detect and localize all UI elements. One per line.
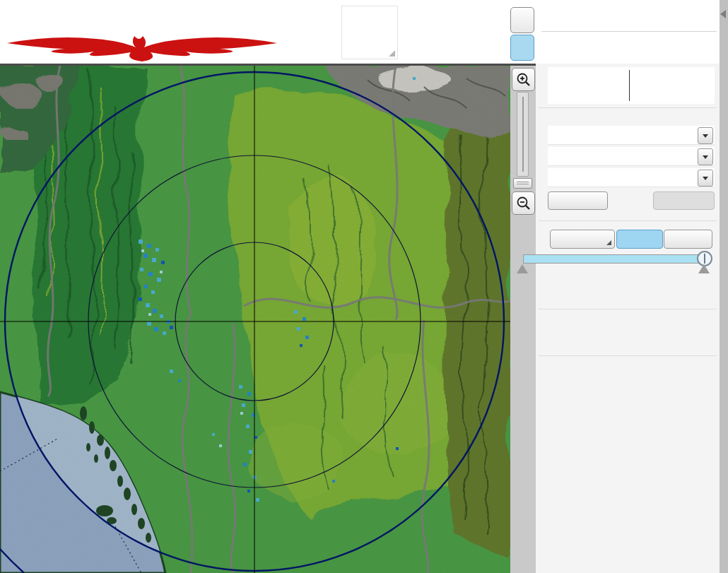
radar-map[interactable] xyxy=(0,66,510,573)
dropdown-arrow-button[interactable] xyxy=(698,170,713,187)
resize-handle-icon[interactable] xyxy=(389,50,395,57)
dropdown-arrow-button[interactable] xyxy=(698,127,713,144)
select-button[interactable] xyxy=(653,191,715,210)
jbirds-window xyxy=(0,0,728,573)
timezone-mmt-button[interactable] xyxy=(510,35,534,61)
warning-panel[interactable] xyxy=(341,6,398,59)
terrain-texture xyxy=(0,66,510,573)
zoom-slider-thumb[interactable] xyxy=(513,178,532,189)
menu-corner-icon xyxy=(606,240,611,245)
eagle-logo-icon xyxy=(4,33,280,62)
dropdown-arrow-button[interactable] xyxy=(698,148,713,165)
replay-slider-track[interactable] xyxy=(523,254,711,264)
separator xyxy=(539,220,717,221)
separator xyxy=(539,309,717,309)
chevron-down-icon xyxy=(703,155,708,159)
manual-button[interactable] xyxy=(664,230,712,249)
panel-collapse-strip xyxy=(720,0,728,573)
separator xyxy=(539,355,717,356)
dropdown-elevation[interactable] xyxy=(548,168,715,187)
panel-collapse-arrow-icon[interactable] xyxy=(720,10,726,18)
separator xyxy=(539,107,717,108)
dropdown-site[interactable] xyxy=(548,126,715,145)
chevron-down-icon xyxy=(703,177,708,180)
range-panel xyxy=(548,67,715,104)
timezone-utc-button[interactable] xyxy=(510,7,534,33)
zoom-in-button[interactable] xyxy=(512,68,535,91)
toolbar-separator xyxy=(541,31,717,32)
zoom-slider-track[interactable] xyxy=(517,92,529,177)
chevron-down-icon xyxy=(703,134,708,138)
dropdown-product[interactable] xyxy=(548,147,715,166)
slider-end-marker-icon[interactable] xyxy=(698,264,710,273)
zoom-out-button[interactable] xyxy=(512,191,535,215)
range-divider xyxy=(629,70,630,101)
bookmark-button[interactable] xyxy=(550,230,615,249)
slider-start-marker-icon[interactable] xyxy=(517,264,528,273)
previous-button[interactable] xyxy=(548,191,608,210)
auto-button[interactable] xyxy=(616,230,663,249)
